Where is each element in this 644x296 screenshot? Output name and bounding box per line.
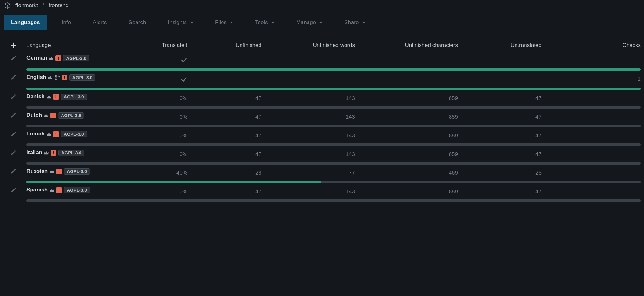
checks-value[interactable] [545, 131, 644, 139]
translated-value[interactable]: 40% [139, 168, 191, 176]
unfinished-chars-value[interactable]: 859 [358, 131, 461, 139]
col-language[interactable]: Language [23, 39, 139, 55]
untranslated-value[interactable]: 47 [461, 187, 545, 195]
checks-value[interactable] [545, 112, 644, 120]
col-unfinished-chars[interactable]: Unfinished characters [358, 39, 461, 55]
language-cell[interactable]: Dutch !AGPL-3.0 [23, 112, 139, 120]
unfinished-value[interactable]: 47 [191, 149, 265, 158]
col-checks[interactable]: Checks [545, 39, 644, 55]
license-badge[interactable]: AGPL-3.0 [58, 150, 84, 156]
unfinished-value[interactable]: 47 [191, 93, 265, 102]
license-badge[interactable]: AGPL-3.0 [64, 187, 90, 193]
tab-manage[interactable]: Manage [289, 15, 329, 30]
edit-language-button[interactable] [4, 74, 23, 93]
add-language-header[interactable] [4, 39, 23, 55]
unfinished-chars-value[interactable]: 859 [358, 112, 461, 120]
language-cell[interactable]: English !AGPL-3.0 [23, 74, 139, 83]
language-cell[interactable]: Spanish !AGPL-3.0 [23, 187, 139, 195]
license-badge[interactable]: AGPL-3.0 [58, 112, 84, 119]
unfinished-words-value[interactable]: 77 [265, 168, 358, 176]
unfinished-chars-value[interactable]: 469 [358, 168, 461, 176]
language-cell[interactable]: Italian !AGPL-3.0 [23, 149, 139, 158]
edit-language-button[interactable] [4, 131, 23, 149]
progress-cell[interactable] [23, 120, 644, 131]
translated-value[interactable]: 0% [139, 131, 191, 139]
tab-info[interactable]: Info [55, 15, 78, 30]
edit-language-button[interactable] [4, 112, 23, 131]
translated-value[interactable]: 0% [139, 93, 191, 102]
progress-cell[interactable] [23, 158, 644, 168]
progress-cell[interactable] [23, 139, 644, 149]
translated-value[interactable] [139, 74, 191, 83]
language-cell[interactable]: Danish !AGPL-3.0 [23, 93, 139, 102]
language-cell[interactable]: Russian !AGPL-3.0 [23, 168, 139, 176]
checks-value[interactable] [545, 168, 644, 176]
untranslated-value[interactable] [461, 74, 545, 83]
translated-value[interactable]: 0% [139, 112, 191, 120]
license-badge[interactable]: AGPL-3.0 [64, 168, 90, 175]
checks-value[interactable] [545, 149, 644, 158]
tab-alerts[interactable]: Alerts [86, 15, 114, 30]
edit-language-button[interactable] [4, 149, 23, 168]
unfinished-chars-value[interactable] [358, 55, 461, 64]
untranslated-value[interactable] [461, 55, 545, 64]
unfinished-words-value[interactable]: 143 [265, 112, 358, 120]
unfinished-words-value[interactable] [265, 55, 358, 64]
edit-language-button[interactable] [4, 187, 23, 205]
tab-languages[interactable]: Languages [4, 15, 47, 30]
tab-files[interactable]: Files [208, 15, 240, 30]
translated-value[interactable]: 0% [139, 187, 191, 195]
unfinished-chars-value[interactable]: 859 [358, 149, 461, 158]
unfinished-words-value[interactable]: 143 [265, 149, 358, 158]
unfinished-words-value[interactable]: 143 [265, 187, 358, 195]
checks-value[interactable] [545, 93, 644, 102]
col-translated[interactable]: Translated [139, 39, 191, 55]
untranslated-value[interactable]: 47 [461, 149, 545, 158]
progress-cell[interactable] [23, 102, 644, 112]
col-unfinished-words[interactable]: Unfinished words [265, 39, 358, 55]
license-badge[interactable]: AGPL-3.0 [61, 131, 87, 137]
translated-value[interactable]: 0% [139, 149, 191, 158]
unfinished-value[interactable] [191, 74, 265, 83]
unfinished-words-value[interactable]: 143 [265, 131, 358, 139]
tab-insights[interactable]: Insights [161, 15, 200, 30]
progress-row [4, 139, 644, 149]
unfinished-words-value[interactable]: 143 [265, 93, 358, 102]
untranslated-value[interactable]: 47 [461, 93, 545, 102]
col-untranslated[interactable]: Untranslated [461, 39, 545, 55]
unfinished-value[interactable] [191, 55, 265, 64]
progress-cell[interactable] [23, 176, 644, 187]
edit-language-button[interactable] [4, 55, 23, 74]
unfinished-chars-value[interactable]: 859 [358, 187, 461, 195]
tab-search[interactable]: Search [122, 15, 153, 30]
unfinished-value[interactable]: 28 [191, 168, 265, 176]
progress-cell[interactable] [23, 195, 644, 205]
edit-language-button[interactable] [4, 93, 23, 112]
unfinished-value[interactable]: 47 [191, 112, 265, 120]
language-cell[interactable]: German !AGPL-3.0 [23, 55, 139, 64]
tab-tools[interactable]: Tools [248, 15, 281, 30]
checks-value[interactable]: 1 [545, 74, 644, 83]
unfinished-value[interactable]: 47 [191, 131, 265, 139]
untranslated-value[interactable]: 47 [461, 131, 545, 139]
progress-cell[interactable] [23, 83, 644, 93]
license-badge[interactable]: AGPL-3.0 [61, 94, 87, 100]
license-badge[interactable]: AGPL-3.0 [63, 55, 89, 61]
progress-cell[interactable] [23, 64, 644, 74]
checks-value[interactable] [545, 187, 644, 195]
license-badge[interactable]: AGPL-3.0 [69, 74, 95, 81]
breadcrumb-project[interactable]: flohmarkt [15, 2, 38, 9]
translated-value[interactable] [139, 55, 191, 64]
language-cell[interactable]: French !AGPL-3.0 [23, 131, 139, 139]
col-unfinished[interactable]: Unfinished [191, 39, 265, 55]
tab-share[interactable]: Share [337, 15, 372, 30]
edit-language-button[interactable] [4, 168, 23, 187]
unfinished-words-value[interactable] [265, 74, 358, 83]
untranslated-value[interactable]: 47 [461, 112, 545, 120]
unfinished-chars-value[interactable] [358, 74, 461, 83]
untranslated-value[interactable]: 25 [461, 168, 545, 176]
breadcrumb-component[interactable]: frontend [49, 2, 69, 9]
unfinished-value[interactable]: 47 [191, 187, 265, 195]
unfinished-chars-value[interactable]: 859 [358, 93, 461, 102]
checks-value[interactable] [545, 55, 644, 64]
